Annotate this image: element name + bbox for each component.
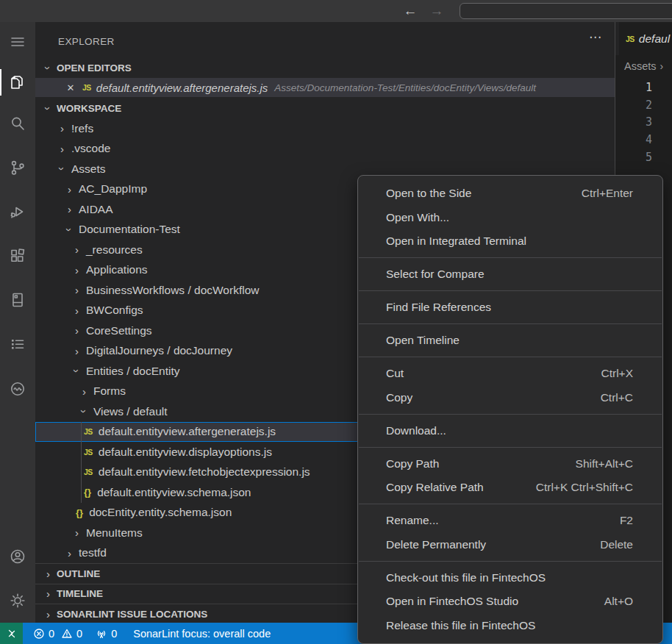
menu-separator xyxy=(359,257,662,258)
menu-item[interactable]: Delete PermanentlyDelete xyxy=(358,533,662,557)
json-file-icon: {} xyxy=(76,507,83,518)
js-file-icon: JS xyxy=(84,427,93,436)
remote-explorer-icon[interactable] xyxy=(9,291,26,309)
activity-bar xyxy=(0,22,35,623)
menu-separator xyxy=(359,447,662,448)
menu-item-shortcut: Ctrl+Enter xyxy=(582,187,633,200)
checklist-icon[interactable] xyxy=(9,335,26,353)
menu-item[interactable]: Copy Relative PathCtrl+K Ctrl+Shift+C xyxy=(358,476,662,500)
extensions-icon[interactable] xyxy=(9,247,26,265)
menu-item-label: Check-out this file in FintechOS xyxy=(386,571,546,584)
chevron-right-icon: › xyxy=(71,285,82,296)
sonarlint-icon[interactable] xyxy=(9,380,26,398)
menu-item[interactable]: Select for Compare xyxy=(358,262,662,287)
chevron-down-icon: › xyxy=(43,62,54,74)
line-number: 4 xyxy=(615,132,652,149)
editor-tab[interactable]: JS defaul xyxy=(619,22,672,55)
chevron-right-icon: › xyxy=(71,265,82,276)
tree-item-label: AIDAA xyxy=(79,203,113,216)
menu-item[interactable]: Open in FintechOS StudioAlt+O xyxy=(358,590,662,614)
source-control-icon[interactable] xyxy=(9,159,26,176)
tree-item-label: BusinessWorkflows / docWorkflow xyxy=(86,284,259,297)
tree-item-label: testfd xyxy=(79,546,107,559)
tree-item-label: default.entityview.displayoptions.js xyxy=(99,446,272,459)
search-icon[interactable] xyxy=(9,115,26,132)
menu-item-shortcut: Ctrl+K Ctrl+Shift+C xyxy=(536,481,633,494)
line-number: 3 xyxy=(615,114,652,132)
menu-item-shortcut: F2 xyxy=(620,514,633,527)
menu-item[interactable]: Open to the SideCtrl+Enter xyxy=(358,182,662,206)
menu-item[interactable]: Open With... xyxy=(358,206,662,230)
chevron-right-icon: › xyxy=(71,305,82,316)
menu-item-label: Open With... xyxy=(386,211,449,224)
accounts-icon[interactable] xyxy=(9,548,26,565)
chevron-right-icon: › xyxy=(64,204,75,215)
section-label: WORKSPACE xyxy=(57,103,121,114)
menu-item[interactable]: CutCtrl+X xyxy=(358,362,662,386)
chevron-down-icon: › xyxy=(71,365,82,376)
tab-bar: JS defaul xyxy=(615,22,672,55)
menu-icon[interactable] xyxy=(9,33,26,51)
chevron-right-icon: › xyxy=(57,143,68,154)
menu-item-label: Download... xyxy=(386,424,446,437)
menu-item[interactable]: Find File References xyxy=(358,296,662,320)
settings-gear-icon[interactable] xyxy=(9,592,26,609)
menu-item[interactable]: Release this file in FintechOS xyxy=(358,614,662,638)
chevron-right-icon: › xyxy=(71,325,82,336)
breadcrumb[interactable]: Assets › xyxy=(615,55,672,77)
menu-separator xyxy=(359,414,662,415)
remote-icon xyxy=(6,628,18,640)
line-number: 2 xyxy=(615,97,652,115)
open-editor-item[interactable]: ✕ JS default.entityview.aftergeneratejs.… xyxy=(35,78,615,97)
problems-status[interactable]: 0 0 xyxy=(33,628,82,640)
chevron-down-icon: › xyxy=(79,406,90,417)
sonarlint-focus-status[interactable]: SonarLint focus: overall code xyxy=(133,628,271,640)
js-file-icon: JS xyxy=(626,35,635,43)
chevron-right-icon: › xyxy=(64,548,75,559)
tree-item-label: DigitalJourneys / docJourney xyxy=(86,344,232,357)
menu-item-label: Cut xyxy=(386,367,404,380)
chevron-right-icon: › xyxy=(43,568,54,579)
breadcrumb-item[interactable]: Assets xyxy=(624,60,657,72)
tree-item-label: Documentation-Test xyxy=(79,223,180,236)
menu-item-label: Delete Permanently xyxy=(386,538,486,551)
section-open-editors[interactable]: › OPEN EDITORS xyxy=(35,59,615,76)
menu-item-label: Open Timeline xyxy=(386,334,460,347)
tree-row[interactable]: ›.vscode xyxy=(35,139,615,160)
menu-item-label: Copy Relative Path xyxy=(386,481,484,494)
menu-item[interactable]: Download... xyxy=(358,419,662,443)
menu-item-shortcut: Ctrl+X xyxy=(601,367,634,380)
tree-item-label: Entities / docEntity xyxy=(86,365,180,378)
menu-item-shortcut: Delete xyxy=(600,538,633,551)
run-debug-icon[interactable] xyxy=(9,203,26,221)
menu-item[interactable]: Rename...F2 xyxy=(358,509,662,533)
menu-item[interactable]: Check-out this file in FintechOS xyxy=(358,566,662,590)
menu-item[interactable]: Open Timeline xyxy=(358,329,662,353)
more-actions-icon[interactable]: ⋯ xyxy=(585,29,606,45)
menu-item[interactable]: Copy PathShift+Alt+C xyxy=(358,452,662,476)
tree-item-label: _resources xyxy=(86,243,143,257)
chevron-right-icon: › xyxy=(43,609,54,620)
back-arrow-icon[interactable]: ← xyxy=(401,1,419,21)
close-icon[interactable]: ✕ xyxy=(65,82,76,93)
tree-item-label: !refs xyxy=(71,122,93,135)
tree-row[interactable]: ›!refs xyxy=(35,118,615,139)
command-center-search[interactable] xyxy=(460,3,672,19)
broadcast-status[interactable]: 0 xyxy=(96,628,117,640)
menu-item-shortcut: Alt+O xyxy=(604,595,633,608)
tree-item-label: default.entityview.fetchobjectexpression… xyxy=(99,465,310,479)
menu-item-label: Rename... xyxy=(386,514,439,527)
section-workspace[interactable]: › WORKSPACE xyxy=(35,99,615,117)
forward-arrow-icon[interactable]: → xyxy=(428,1,446,21)
open-editor-filepath: Assets/Documentation-Test/Entities/docEn… xyxy=(274,82,536,93)
chevron-right-icon: › xyxy=(71,346,82,357)
menu-item-label: Copy Path xyxy=(386,457,439,471)
menu-item-label: Open in FintechOS Studio xyxy=(386,595,518,608)
warning-icon xyxy=(61,628,73,640)
menu-item[interactable]: Open in Integrated Terminal xyxy=(358,229,662,254)
menu-item[interactable]: CopyCtrl+C xyxy=(358,386,662,410)
menu-item-label: Release this file in FintechOS xyxy=(386,619,535,632)
remote-indicator[interactable] xyxy=(0,623,23,644)
chevron-right-icon: › xyxy=(660,60,664,72)
explorer-icon[interactable] xyxy=(9,74,26,91)
